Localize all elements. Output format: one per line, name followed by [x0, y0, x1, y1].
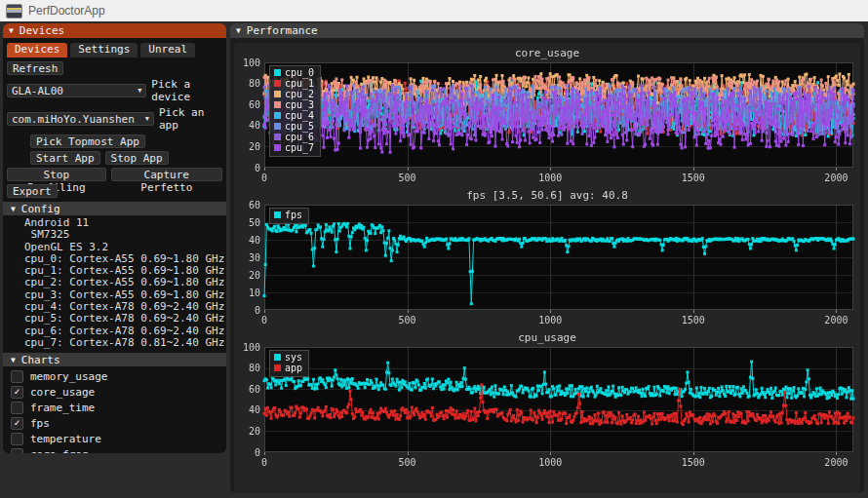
collapse-arrow-icon: ▼ [236, 27, 241, 35]
chevron-down-icon: ▼ [145, 115, 149, 123]
chart-toggle-fps[interactable]: ✓fps [7, 415, 222, 431]
capture-perfetto-button[interactable]: Capture Perfetto [111, 168, 222, 181]
checkbox-checked[interactable]: ✓ [11, 386, 23, 399]
checkbox-unchecked[interactable] [11, 370, 23, 383]
charts-area [234, 43, 860, 493]
chart-toggle-core_freq[interactable]: core_freq [7, 446, 222, 453]
chart-toggle-label: fps [30, 417, 50, 430]
performance-panel-header[interactable]: ▼ Performance [230, 23, 864, 38]
device-combo-value: GLA-AL00 [12, 85, 63, 97]
app-combo-value: com.miHoYo.Yuanshen [12, 113, 135, 126]
checkbox-checked[interactable]: ✓ [11, 417, 23, 430]
devices-panel: ▼ Devices DevicesSettingsUnreal Refresh … [3, 23, 226, 453]
pick-topmost-app-button[interactable]: Pick Topmost App [30, 134, 145, 148]
devices-panel-header[interactable]: ▼ Devices [3, 23, 226, 38]
stop-app-button[interactable]: Stop App [105, 151, 169, 165]
config-line: cpu_5: Cortex-A78 0.69~2.40 GHz [7, 313, 222, 325]
chart-toggle-list: memory_usage✓core_usageframe_time✓fpstem… [7, 368, 222, 453]
stop-profiling-button[interactable]: Stop Profiling [7, 168, 106, 181]
collapse-arrow-icon: ▼ [11, 205, 16, 213]
checkbox-unchecked[interactable] [11, 433, 23, 445]
device-combo-label: Pick a device [151, 78, 222, 103]
app-combo[interactable]: com.miHoYo.Yuanshen ▼ [7, 112, 154, 126]
chart-toggle-frame_time[interactable]: frame_time [7, 400, 222, 415]
chart-toggle-memory_usage[interactable]: memory_usage [7, 368, 222, 384]
charts-section-header[interactable]: ▼ Charts [3, 353, 226, 366]
window-title: PerfDoctorApp [28, 4, 105, 18]
chart-toggle-temperature[interactable]: temperature [7, 431, 222, 446]
window-titlebar: PerfDoctorApp [0, 0, 868, 21]
performance-panel-title: Performance [247, 24, 318, 37]
chart-toggle-label: frame_time [30, 402, 95, 414]
checkbox-unchecked[interactable] [11, 448, 23, 453]
charts-section-title: Charts [21, 354, 60, 366]
export-button[interactable]: Export [7, 184, 58, 198]
device-combo[interactable]: GLA-AL00 ▼ [7, 84, 146, 97]
performance-panel: ▼ Performance [230, 23, 864, 493]
config-line: cpu_2: Cortex-A55 0.69~1.80 GHz [7, 277, 222, 288]
config-section-header[interactable]: ▼ Config [3, 202, 226, 215]
chart-toggle-label: core_freq [30, 448, 89, 453]
fps-chart[interactable] [235, 187, 859, 329]
devices-panel-title: Devices [20, 24, 64, 37]
config-section-title: Config [21, 203, 60, 215]
chart-toggle-label: memory_usage [30, 370, 107, 383]
chart-toggle-label: temperature [30, 433, 101, 445]
app-icon [6, 4, 22, 19]
devices-panel-body: DevicesSettingsUnreal Refresh GLA-AL00 ▼… [3, 38, 226, 453]
tab-devices[interactable]: Devices [7, 43, 67, 57]
checkbox-unchecked[interactable] [11, 402, 23, 414]
tab-unreal[interactable]: Unreal [140, 43, 195, 57]
collapse-arrow-icon: ▼ [9, 27, 14, 35]
chevron-down-icon: ▼ [138, 87, 141, 95]
chart-toggle-label: core_usage [30, 386, 95, 399]
tab-bar: DevicesSettingsUnreal [7, 43, 222, 57]
tab-settings[interactable]: Settings [70, 43, 138, 57]
collapse-arrow-icon: ▼ [11, 356, 16, 364]
refresh-button[interactable]: Refresh [7, 61, 63, 75]
config-lines: Android 11 SM7325OpenGL ES 3.2cpu_0: Cor… [7, 217, 222, 349]
app-combo-label: Pick an app [159, 106, 222, 132]
config-line: cpu_7: Cortex-A78 0.81~2.40 GHz [7, 337, 222, 349]
core-usage-chart[interactable] [235, 45, 859, 187]
cpu-usage-chart[interactable] [235, 329, 859, 472]
config-line: SM7325 [7, 229, 222, 241]
start-app-button[interactable]: Start App [30, 151, 100, 165]
chart-toggle-core_usage[interactable]: ✓core_usage [7, 384, 222, 400]
